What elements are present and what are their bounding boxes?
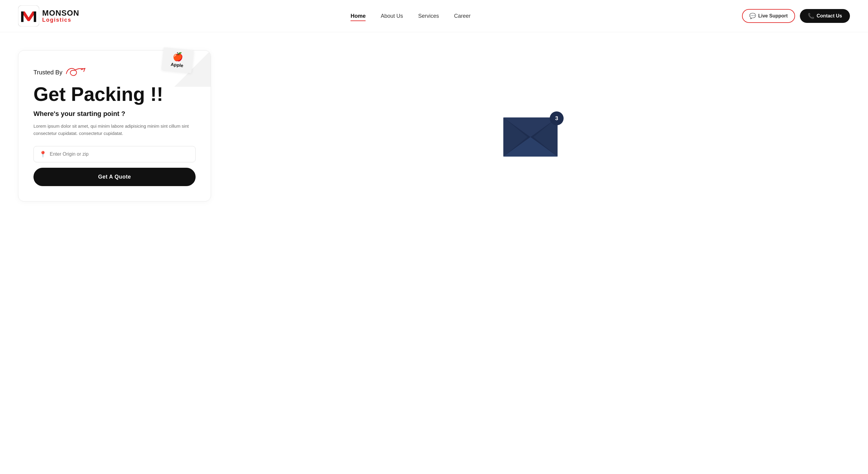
origin-input[interactable]: [50, 151, 190, 157]
logo[interactable]: MONSON Logistics: [18, 5, 79, 27]
nav-about[interactable]: About Us: [381, 13, 403, 19]
brand-name: MONSON: [42, 9, 79, 18]
hero-description: Lorem ipsum dolor sit amet, qui minim la…: [33, 123, 195, 137]
header-actions: 💬 Live Support 📞 Contact Us: [742, 9, 850, 23]
brand-sub: Logistics: [42, 17, 79, 23]
main-content: 🍎 Apple Trusted By Get Packing !! Where'…: [0, 32, 868, 474]
swirl-arrow-icon: [65, 66, 92, 79]
apple-badge: 🍎 Apple: [161, 47, 193, 73]
nav-home[interactable]: Home: [350, 13, 366, 19]
chat-icon: 💬: [749, 13, 756, 19]
get-quote-button[interactable]: Get A Quote: [33, 168, 195, 186]
logo-icon: [18, 5, 39, 27]
trusted-by-text: Trusted By: [33, 69, 62, 76]
contact-button[interactable]: 📞 Contact Us: [800, 9, 850, 23]
main-nav: Home About Us Services Career: [350, 13, 470, 19]
apple-label: Apple: [170, 62, 184, 68]
right-area: 3: [211, 50, 850, 201]
envelope-widget: 3: [503, 117, 558, 158]
logo-text: MONSON Logistics: [42, 9, 79, 23]
nav-career[interactable]: Career: [454, 13, 470, 19]
apple-icon: 🍎: [172, 51, 184, 62]
phone-icon: 📞: [808, 13, 814, 19]
location-icon: 📍: [39, 150, 47, 158]
origin-input-wrap: 📍: [33, 146, 195, 162]
nav-services[interactable]: Services: [418, 13, 439, 19]
header: MONSON Logistics Home About Us Services …: [0, 0, 868, 32]
hero-card: 🍎 Apple Trusted By Get Packing !! Where'…: [18, 50, 211, 201]
envelope-svg: [503, 117, 558, 157]
hero-title: Get Packing !!: [33, 84, 195, 104]
notification-badge: 3: [550, 111, 564, 125]
live-support-button[interactable]: 💬 Live Support: [742, 9, 795, 23]
hero-subtitle: Where's your starting point ?: [33, 110, 195, 118]
